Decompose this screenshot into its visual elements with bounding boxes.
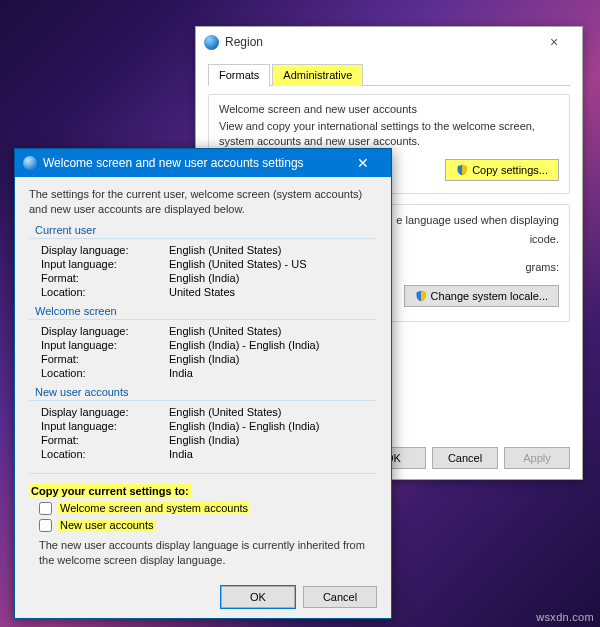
row-input-language: Input language:English (India) - English… bbox=[29, 338, 377, 352]
watermark: wsxdn.com bbox=[536, 611, 594, 623]
divider bbox=[29, 400, 377, 401]
copy-settings-section: Copy your current settings to: Welcome s… bbox=[29, 473, 377, 568]
welcome-bottom-buttons: OK Cancel bbox=[221, 586, 377, 608]
region-titlebar[interactable]: Region × bbox=[196, 27, 582, 57]
row-input-language: Input language:English (India) - English… bbox=[29, 419, 377, 433]
row-input-language: Input language:English (United States) -… bbox=[29, 257, 377, 271]
globe-icon bbox=[23, 156, 37, 170]
section-welcome-screen: Welcome screen bbox=[35, 305, 377, 317]
row-location: Location:India bbox=[29, 366, 377, 380]
welcome-group-title: Welcome screen and new user accounts bbox=[219, 103, 559, 115]
tab-formats[interactable]: Formats bbox=[208, 64, 270, 86]
row-format: Format:English (India) bbox=[29, 271, 377, 285]
section-current-user: Current user bbox=[35, 224, 377, 236]
chk-new-user-row: New user accounts bbox=[39, 519, 377, 532]
welcome-body: The settings for the current user, welco… bbox=[15, 177, 391, 618]
row-location: Location:United States bbox=[29, 285, 377, 299]
row-location: Location:India bbox=[29, 447, 377, 461]
welcome-titlebar[interactable]: Welcome screen and new user accounts set… bbox=[15, 149, 391, 177]
welcome-intro: The settings for the current user, welco… bbox=[29, 187, 377, 218]
shield-icon bbox=[415, 290, 427, 302]
row-display-language: Display language:English (United States) bbox=[29, 324, 377, 338]
chk-welcome-screen-row: Welcome screen and system accounts bbox=[39, 502, 377, 515]
copy-settings-title: Copy your current settings to: bbox=[29, 484, 191, 498]
copy-settings-label: Copy settings... bbox=[472, 164, 548, 176]
change-system-locale-label: Change system locale... bbox=[431, 290, 548, 302]
row-format: Format:English (India) bbox=[29, 433, 377, 447]
shield-icon bbox=[456, 164, 468, 176]
welcome-title-text: Welcome screen and new user accounts set… bbox=[43, 156, 304, 170]
divider bbox=[29, 238, 377, 239]
tab-administrative[interactable]: Administrative bbox=[272, 64, 363, 86]
row-display-language: Display language:English (United States) bbox=[29, 243, 377, 257]
change-system-locale-button[interactable]: Change system locale... bbox=[404, 285, 559, 307]
region-cancel-button[interactable]: Cancel bbox=[432, 447, 498, 469]
chk-welcome-screen-label[interactable]: Welcome screen and system accounts bbox=[58, 502, 250, 514]
section-new-user-accounts: New user accounts bbox=[35, 386, 377, 398]
copy-note: The new user accounts display language i… bbox=[39, 538, 377, 568]
row-display-language: Display language:English (United States) bbox=[29, 405, 377, 419]
chk-new-user-label[interactable]: New user accounts bbox=[58, 519, 156, 531]
copy-settings-button[interactable]: Copy settings... bbox=[445, 159, 559, 181]
region-title-text: Region bbox=[225, 35, 263, 49]
region-tabs: Formats Administrative bbox=[208, 63, 570, 86]
chk-new-user-accounts[interactable] bbox=[39, 519, 52, 532]
welcome-cancel-button[interactable]: Cancel bbox=[303, 586, 377, 608]
close-icon[interactable]: × bbox=[534, 34, 574, 50]
close-icon[interactable]: ✕ bbox=[343, 155, 383, 171]
region-apply-button[interactable]: Apply bbox=[504, 447, 570, 469]
welcome-ok-button[interactable]: OK bbox=[221, 586, 295, 608]
row-format: Format:English (India) bbox=[29, 352, 377, 366]
divider bbox=[29, 319, 377, 320]
globe-icon bbox=[204, 35, 219, 50]
welcome-settings-dialog: Welcome screen and new user accounts set… bbox=[14, 148, 392, 619]
welcome-group-desc: View and copy your international setting… bbox=[219, 119, 559, 149]
chk-welcome-screen[interactable] bbox=[39, 502, 52, 515]
